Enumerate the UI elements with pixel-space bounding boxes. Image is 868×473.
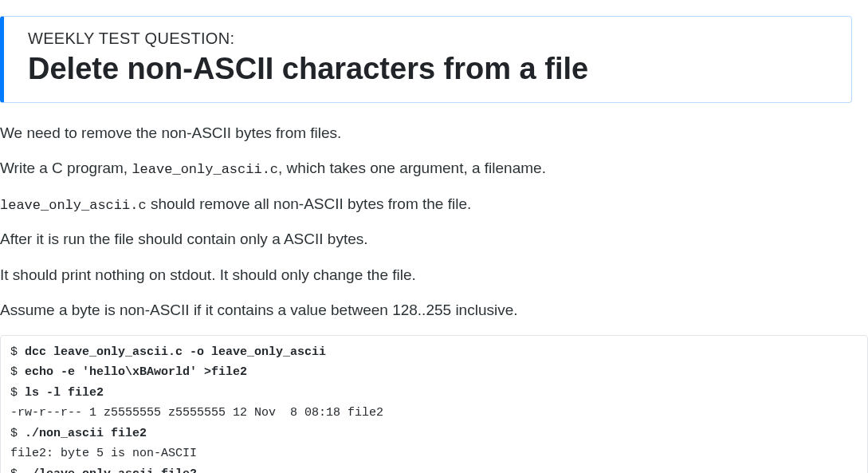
terminal-cmd-line: $ ./leave_only_ascii file2 (10, 467, 197, 473)
paragraph: After it is run the file should contain … (0, 228, 868, 251)
page: WEEKLY TEST QUESTION: Delete non-ASCII c… (0, 16, 868, 473)
terminal-prompt: $ (10, 345, 25, 359)
paragraph: leave_only_ascii.c should remove all non… (0, 193, 868, 216)
paragraph: Assume a byte is non-ASCII if it contain… (0, 299, 868, 322)
terminal-prompt: $ (10, 467, 25, 473)
terminal-cmd-line: $ ls -l file2 (10, 386, 104, 400)
inline-code: leave_only_ascii.c (132, 162, 278, 177)
terminal-command: ./non_ascii file2 (25, 427, 147, 440)
terminal-prompt: $ (10, 365, 25, 379)
text-span: Write a C program, (0, 160, 132, 176)
paragraph: It should print nothing on stdout. It sh… (0, 264, 868, 287)
paragraph: We need to remove the non-ASCII bytes fr… (0, 122, 868, 145)
terminal-block: $ dcc leave_only_ascii.c -o leave_only_a… (0, 335, 868, 473)
terminal-prompt: $ (10, 386, 25, 400)
terminal-output-line: file2: byte 5 is non-ASCII (10, 447, 197, 460)
text-span: should remove all non-ASCII bytes from t… (147, 195, 472, 212)
banner-title: Delete non-ASCII characters from a file (28, 51, 827, 88)
paragraph: Write a C program, leave_only_ascii.c, w… (0, 157, 868, 180)
text-span: , which takes one argument, a filename. (278, 160, 546, 176)
terminal-command: dcc leave_only_ascii.c -o leave_only_asc… (25, 345, 326, 359)
banner-kicker: WEEKLY TEST QUESTION: (28, 30, 827, 48)
inline-code: leave_only_ascii.c (0, 198, 147, 213)
question-banner: WEEKLY TEST QUESTION: Delete non-ASCII c… (0, 16, 852, 103)
question-body: We need to remove the non-ASCII bytes fr… (0, 122, 868, 473)
terminal-command: ls -l file2 (25, 386, 104, 400)
terminal-output-line: -rw-r--r-- 1 z5555555 z5555555 12 Nov 8 … (10, 406, 383, 420)
terminal-cmd-line: $ echo -e 'hello\xBAworld' >file2 (10, 365, 247, 379)
terminal-command: echo -e 'hello\xBAworld' >file2 (25, 365, 247, 379)
terminal-prompt: $ (10, 427, 25, 440)
terminal-cmd-line: $ ./non_ascii file2 (10, 427, 147, 440)
terminal-cmd-line: $ dcc leave_only_ascii.c -o leave_only_a… (10, 345, 326, 359)
terminal-command: ./leave_only_ascii file2 (25, 467, 197, 473)
